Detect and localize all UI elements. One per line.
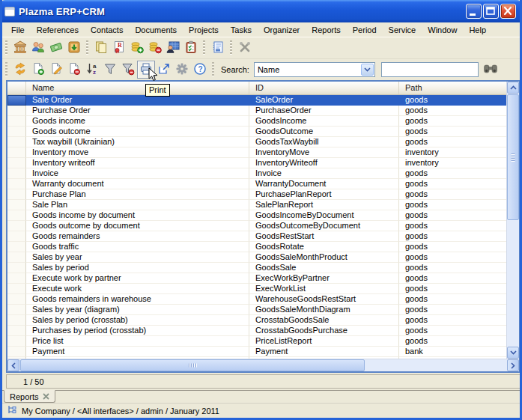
new-document-button[interactable] <box>29 61 47 79</box>
title-bar[interactable]: Plazma ERP+CRM <box>0 0 522 22</box>
sort-az-button[interactable]: az <box>83 61 101 79</box>
scroll-left-icon[interactable] <box>7 359 19 371</box>
row-selector-cell[interactable] <box>7 305 26 315</box>
certificate-button[interactable]: R <box>110 39 128 57</box>
contacts-button[interactable] <box>29 39 47 57</box>
toolbar-grip[interactable] <box>5 40 7 55</box>
row-selector-cell[interactable] <box>7 200 26 210</box>
menu-item-period[interactable]: Period <box>347 24 383 36</box>
table-row[interactable]: Tax waybill (Ukrainian)GoodsTaxWaybillgo… <box>7 137 506 147</box>
menu-item-documents[interactable]: Documents <box>129 24 183 36</box>
row-selector-cell[interactable] <box>7 252 26 263</box>
table-row[interactable]: Inventory writeoffInventoryWriteoffinven… <box>7 158 506 168</box>
table-row[interactable]: Goods trafficGoodsRotategoods <box>7 242 506 252</box>
table-row[interactable]: Execute work by partnerExecWorkByPartner… <box>7 273 506 284</box>
scroll-up-icon[interactable] <box>507 82 519 94</box>
settings-button[interactable] <box>173 61 191 79</box>
row-selector-cell[interactable] <box>7 326 26 336</box>
row-selector-cell[interactable] <box>7 210 26 221</box>
toolbar-grip[interactable] <box>86 40 88 55</box>
archive-button[interactable] <box>65 39 83 57</box>
row-selector-cell[interactable] <box>7 168 26 179</box>
menu-item-organizer[interactable]: Organizer <box>258 24 306 36</box>
refresh-button[interactable] <box>11 61 29 79</box>
menu-item-references[interactable]: References <box>31 24 85 36</box>
toolbar-grip[interactable] <box>5 62 7 77</box>
row-selector-cell[interactable] <box>7 95 26 106</box>
table-row[interactable]: PaymentPaymentbank <box>7 347 506 357</box>
person-chart-button[interactable] <box>164 39 182 57</box>
row-selector-cell[interactable] <box>7 106 26 116</box>
table-row[interactable]: Purchase PlanPurchasePlanReportgoods <box>7 189 506 200</box>
table-row[interactable]: Warranty documentWarrantyDocumentgoods <box>7 179 506 189</box>
table-row[interactable]: Sales by yearGoodsSaleMonthProductgoods <box>7 252 506 263</box>
filter-button[interactable] <box>101 61 119 79</box>
edit-document-button[interactable] <box>47 61 65 79</box>
export-button[interactable] <box>155 61 173 79</box>
clipboard-button[interactable] <box>182 39 200 57</box>
chevron-down-icon[interactable] <box>361 64 374 76</box>
filter-remove-button[interactable] <box>119 61 137 79</box>
search-field-select[interactable]: Name <box>254 62 375 77</box>
table-row[interactable]: Sales by year (diagram)GoodsSaleMonthDia… <box>7 305 506 315</box>
row-selector-cell[interactable] <box>7 179 26 189</box>
table-row[interactable]: Goods remaindersGoodsRestStartgoods <box>7 231 506 242</box>
table-row[interactable]: Goods remainders in warehouseWarehouseGo… <box>7 294 506 305</box>
table-row[interactable]: Sales by period (crosstab)CrosstabGoodsS… <box>7 315 506 326</box>
help-button[interactable]: ? <box>191 61 209 79</box>
vertical-scroll-thumb[interactable] <box>507 94 519 220</box>
row-selector-cell[interactable] <box>7 231 26 242</box>
row-selector-cell[interactable] <box>7 189 26 200</box>
row-selector-cell[interactable] <box>7 137 26 147</box>
horizontal-scrollbar[interactable] <box>7 359 519 371</box>
row-selector-cell[interactable] <box>7 158 26 168</box>
table-row[interactable]: InvoiceInvoicegoods <box>7 168 506 179</box>
row-selector-cell[interactable] <box>7 315 26 326</box>
bank-button[interactable] <box>11 39 29 57</box>
menu-item-projects[interactable]: Projects <box>183 24 225 36</box>
menu-item-window[interactable]: Window <box>422 24 463 36</box>
table-row[interactable]: Sale OrderSaleOrdergoods <box>7 95 506 106</box>
copy-documents-button[interactable] <box>92 39 110 57</box>
table-row[interactable]: Inventory moveInventoryMoveinventory <box>7 147 506 158</box>
table-row[interactable]: Execute workExecWorkListgoods <box>7 284 506 294</box>
table-row[interactable]: Goods outcome by documentGoodsOutcomeByD… <box>7 221 506 231</box>
row-selector-cell[interactable] <box>7 263 26 273</box>
horizontal-scroll-thumb[interactable] <box>20 359 365 371</box>
menu-item-tasks[interactable]: Tasks <box>225 24 258 36</box>
row-selector-cell[interactable] <box>7 147 26 158</box>
row-selector-cell[interactable] <box>7 284 26 294</box>
coins-add-button[interactable] <box>128 39 146 57</box>
table-row[interactable]: Purchase OrderPurchaseOrdergoods <box>7 106 506 116</box>
table-row[interactable]: Goods incomeGoodsIncomegoods <box>7 116 506 127</box>
menu-item-file[interactable]: File <box>5 24 31 36</box>
row-selector-cell[interactable] <box>7 347 26 357</box>
column-header-id[interactable]: ID <box>249 82 399 94</box>
column-header-name[interactable]: Name <box>26 82 249 94</box>
search-input[interactable] <box>381 62 479 77</box>
menu-item-service[interactable]: Service <box>383 24 422 36</box>
column-header-path[interactable]: Path <box>399 82 506 94</box>
table-row[interactable]: Price listPriceListReportgoods <box>7 336 506 347</box>
scroll-down-icon[interactable] <box>507 347 519 359</box>
row-selector-cell[interactable] <box>7 127 26 137</box>
coins-remove-button[interactable] <box>146 39 164 57</box>
toolbar-grip[interactable] <box>230 40 232 55</box>
maximize-button[interactable] <box>483 4 499 19</box>
row-selector-header[interactable] <box>7 82 26 94</box>
tab-reports[interactable]: Reports <box>4 390 55 403</box>
delete-document-button[interactable] <box>65 61 83 79</box>
money-button[interactable] <box>47 39 65 57</box>
find-button[interactable] <box>481 61 500 78</box>
vertical-scrollbar[interactable] <box>506 82 519 359</box>
toolbar-grip[interactable] <box>203 40 205 55</box>
close-button[interactable] <box>500 4 516 19</box>
table-row[interactable]: Goods income by documentGoodsIncomeByDoc… <box>7 210 506 221</box>
row-selector-cell[interactable] <box>7 273 26 284</box>
tab-close-icon[interactable] <box>43 392 49 401</box>
minimize-button[interactable] <box>466 4 482 19</box>
menu-item-help[interactable]: Help <box>463 24 492 36</box>
toolbar-grip[interactable] <box>212 62 214 77</box>
table-row[interactable]: Goods outcomeGoodsOutcomegoods <box>7 127 506 137</box>
table-row[interactable]: Sale PlanSalePlanReportgoods <box>7 200 506 210</box>
